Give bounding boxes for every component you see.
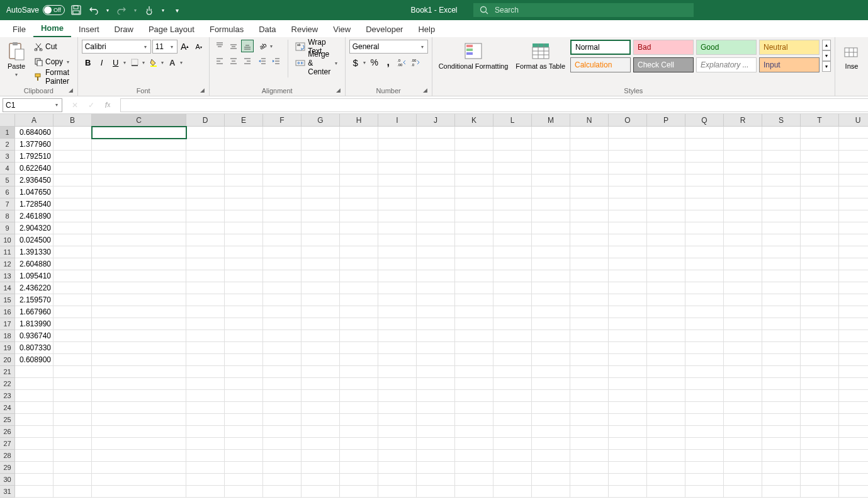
cell-F6[interactable] bbox=[263, 186, 302, 198]
cell-D16[interactable] bbox=[186, 306, 225, 318]
cell-M13[interactable] bbox=[532, 270, 570, 282]
cell-J22[interactable] bbox=[417, 378, 455, 390]
cell-A17[interactable]: 1.813990 bbox=[15, 318, 54, 330]
increase-indent-button[interactable] bbox=[270, 55, 283, 67]
cell-J19[interactable] bbox=[417, 342, 455, 354]
cell-U12[interactable] bbox=[839, 258, 868, 270]
cell-M14[interactable] bbox=[532, 282, 570, 294]
cell-D27[interactable] bbox=[186, 438, 225, 450]
cell-O16[interactable] bbox=[609, 306, 647, 318]
cell-R11[interactable] bbox=[724, 246, 762, 258]
cell-S17[interactable] bbox=[762, 318, 801, 330]
cell-D11[interactable] bbox=[186, 246, 225, 258]
cell-B24[interactable] bbox=[54, 402, 92, 414]
row-header-30[interactable]: 30 bbox=[0, 474, 15, 486]
cell-H8[interactable] bbox=[340, 210, 378, 222]
cell-S4[interactable] bbox=[762, 163, 801, 175]
cell-H17[interactable] bbox=[340, 318, 378, 330]
cell-S5[interactable] bbox=[762, 175, 801, 186]
cell-D17[interactable] bbox=[186, 318, 225, 330]
cell-K20[interactable] bbox=[455, 354, 493, 366]
cell-A26[interactable] bbox=[15, 426, 54, 438]
cell-B25[interactable] bbox=[54, 414, 92, 426]
cell-B13[interactable] bbox=[54, 270, 92, 282]
cell-R15[interactable] bbox=[724, 294, 762, 306]
cell-R10[interactable] bbox=[724, 234, 762, 246]
column-header-G[interactable]: G bbox=[302, 114, 340, 127]
tab-view[interactable]: View bbox=[325, 21, 358, 37]
row-header-25[interactable]: 25 bbox=[0, 414, 15, 426]
cell-O3[interactable] bbox=[609, 151, 647, 163]
cell-R29[interactable] bbox=[724, 462, 762, 474]
cell-C23[interactable] bbox=[92, 390, 186, 402]
cell-P10[interactable] bbox=[647, 234, 685, 246]
cell-M4[interactable] bbox=[532, 163, 570, 175]
cell-F8[interactable] bbox=[263, 210, 302, 222]
cell-I3[interactable] bbox=[378, 151, 417, 163]
cell-J16[interactable] bbox=[417, 306, 455, 318]
undo-button[interactable] bbox=[87, 4, 100, 16]
row-header-29[interactable]: 29 bbox=[0, 462, 15, 474]
cell-D12[interactable] bbox=[186, 258, 225, 270]
cell-O28[interactable] bbox=[609, 450, 647, 462]
format-as-table-button[interactable]: Format as Table bbox=[513, 40, 568, 71]
cell-H6[interactable] bbox=[340, 186, 378, 198]
cell-L25[interactable] bbox=[493, 414, 532, 426]
orientation-button[interactable]: ab bbox=[256, 40, 269, 52]
cell-S26[interactable] bbox=[762, 426, 801, 438]
cell-H3[interactable] bbox=[340, 151, 378, 163]
cell-N31[interactable] bbox=[570, 486, 609, 498]
cell-N17[interactable] bbox=[570, 318, 609, 330]
cell-K1[interactable] bbox=[455, 127, 493, 139]
cell-T26[interactable] bbox=[801, 426, 839, 438]
clipboard-launcher[interactable]: ◢ bbox=[69, 87, 76, 94]
cell-S21[interactable] bbox=[762, 366, 801, 378]
cell-O8[interactable] bbox=[609, 210, 647, 222]
cell-L20[interactable] bbox=[493, 354, 532, 366]
cell-B18[interactable] bbox=[54, 330, 92, 342]
cell-G24[interactable] bbox=[302, 402, 340, 414]
row-header-9[interactable]: 9 bbox=[0, 222, 15, 234]
cell-D24[interactable] bbox=[186, 402, 225, 414]
row-header-16[interactable]: 16 bbox=[0, 306, 15, 318]
cell-U13[interactable] bbox=[839, 270, 868, 282]
cell-I28[interactable] bbox=[378, 450, 417, 462]
cell-F3[interactable] bbox=[263, 151, 302, 163]
row-header-18[interactable]: 18 bbox=[0, 330, 15, 342]
cell-S12[interactable] bbox=[762, 258, 801, 270]
cell-S10[interactable] bbox=[762, 234, 801, 246]
number-format-select[interactable]: General▾ bbox=[349, 40, 428, 54]
cell-A24[interactable] bbox=[15, 402, 54, 414]
align-top-button[interactable] bbox=[213, 40, 226, 52]
cell-O20[interactable] bbox=[609, 354, 647, 366]
cell-D7[interactable] bbox=[186, 198, 225, 210]
cell-E24[interactable] bbox=[225, 402, 263, 414]
row-header-2[interactable]: 2 bbox=[0, 139, 15, 151]
cell-M5[interactable] bbox=[532, 175, 570, 186]
cell-F26[interactable] bbox=[263, 426, 302, 438]
cell-A9[interactable]: 2.904320 bbox=[15, 222, 54, 234]
cell-D23[interactable] bbox=[186, 390, 225, 402]
cell-E28[interactable] bbox=[225, 450, 263, 462]
cell-F4[interactable] bbox=[263, 163, 302, 175]
cell-L22[interactable] bbox=[493, 378, 532, 390]
currency-button[interactable]: $ bbox=[349, 56, 362, 69]
cell-S8[interactable] bbox=[762, 210, 801, 222]
cell-B10[interactable] bbox=[54, 234, 92, 246]
cell-E7[interactable] bbox=[225, 198, 263, 210]
cell-K8[interactable] bbox=[455, 210, 493, 222]
cell-K2[interactable] bbox=[455, 139, 493, 151]
row-header-12[interactable]: 12 bbox=[0, 258, 15, 270]
cell-P26[interactable] bbox=[647, 426, 685, 438]
cell-Q21[interactable] bbox=[685, 366, 724, 378]
cell-P11[interactable] bbox=[647, 246, 685, 258]
cell-C28[interactable] bbox=[92, 450, 186, 462]
tab-formulas[interactable]: Formulas bbox=[202, 21, 251, 37]
cell-I27[interactable] bbox=[378, 438, 417, 450]
cell-H12[interactable] bbox=[340, 258, 378, 270]
cell-K28[interactable] bbox=[455, 450, 493, 462]
cell-L10[interactable] bbox=[493, 234, 532, 246]
cell-A23[interactable] bbox=[15, 390, 54, 402]
cell-S16[interactable] bbox=[762, 306, 801, 318]
cell-N1[interactable] bbox=[570, 127, 609, 139]
